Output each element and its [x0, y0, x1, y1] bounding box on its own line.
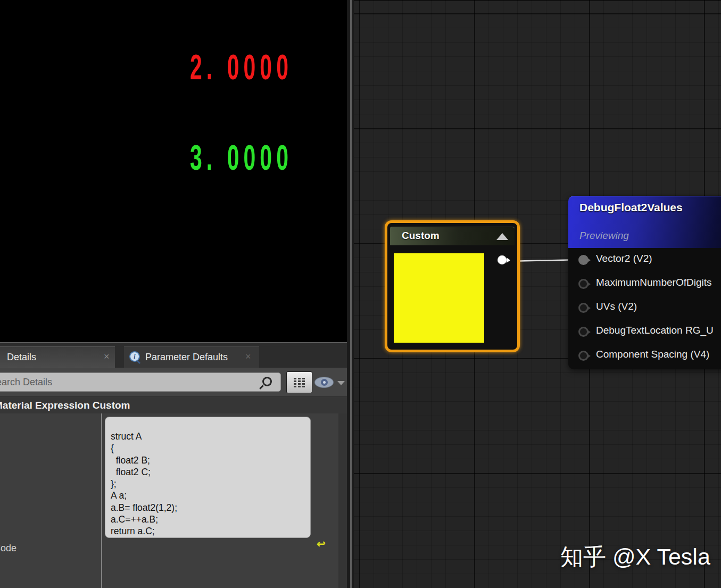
- material-editor-window: 2. 0000 3. 0000 Details × i Parameter De…: [0, 0, 721, 588]
- code-label: Code: [0, 543, 16, 554]
- debug-node-body: Vector2 (V2) MaximumNumberOfDigits UVs (…: [568, 247, 721, 367]
- details-panel: Details × i Parameter Defaults × Materia…: [0, 343, 347, 588]
- input-pin-maximumnumberofdigits[interactable]: [578, 279, 589, 289]
- debug-value-green: 3. 0000: [190, 137, 293, 178]
- category-header-label: Material Expression Custom: [0, 400, 130, 411]
- code-textarea[interactable]: struct A { float2 B; float2 C; }; A a; a…: [105, 417, 311, 538]
- close-icon[interactable]: ×: [245, 351, 251, 362]
- tab-details[interactable]: Details ×: [0, 346, 115, 368]
- input-pin-uvs[interactable]: [578, 303, 589, 313]
- debugfloat2values-node[interactable]: DebugFloat2Values Previewing Vector2 (V2…: [568, 196, 721, 369]
- close-icon[interactable]: ×: [104, 351, 110, 362]
- input-pin-label: Vector2 (V2): [596, 253, 652, 264]
- material-graph-canvas[interactable]: Custom DebugFloat2Values Previewing Vect…: [354, 0, 721, 588]
- watermark: 知乎 @X Tesla: [560, 542, 710, 573]
- parameter-defaults-icon: i: [129, 351, 140, 362]
- tab-details-label: Details: [7, 352, 36, 363]
- custom-node-output-pin[interactable]: [498, 255, 507, 264]
- search-input[interactable]: [0, 375, 241, 390]
- material-preview-viewport[interactable]: 2. 0000 3. 0000: [0, 0, 347, 342]
- details-toolbar: [0, 368, 347, 396]
- debug-node-title: DebugFloat2Values: [579, 201, 683, 214]
- tab-parameter-defaults[interactable]: i Parameter Defaults ×: [124, 346, 259, 368]
- input-row: UVs (V2): [568, 295, 721, 319]
- grid-view-icon: [294, 378, 296, 379]
- input-row: Component Spacing (V4): [568, 343, 721, 367]
- input-row: DebugTextLocation RG_U: [568, 319, 721, 343]
- reset-to-default-icon[interactable]: ↩: [317, 539, 326, 549]
- category-header[interactable]: Material Expression Custom: [0, 396, 347, 415]
- collapse-arrow-icon[interactable]: [496, 233, 508, 240]
- search-details-box[interactable]: [0, 372, 281, 392]
- custom-node[interactable]: Custom: [385, 220, 520, 352]
- input-row: MaximumNumberOfDigits: [568, 271, 721, 295]
- input-row: Vector2 (V2): [568, 247, 721, 271]
- input-pin-componentspacing[interactable]: [578, 351, 589, 361]
- details-tabbar: Details × i Parameter Defaults ×: [0, 346, 347, 368]
- search-icon: [262, 377, 272, 386]
- column-splitter[interactable]: [101, 413, 102, 588]
- panel-splitter[interactable]: [347, 0, 354, 588]
- input-pin-label: UVs (V2): [596, 301, 637, 312]
- custom-node-title: Custom: [402, 230, 440, 242]
- grid-view-button[interactable]: [286, 371, 312, 393]
- input-pin-label: DebugTextLocation RG_U: [596, 325, 714, 336]
- input-pin-label: Component Spacing (V4): [596, 349, 709, 360]
- debug-node-header[interactable]: DebugFloat2Values Previewing: [568, 196, 721, 248]
- eye-icon[interactable]: [315, 377, 333, 387]
- custom-node-preview-swatch: [394, 253, 484, 343]
- custom-node-header[interactable]: Custom: [390, 227, 515, 245]
- debug-value-red: 2. 0000: [190, 47, 293, 87]
- code-value: struct A { float2 B; float2 C; }; A a; a…: [111, 430, 177, 537]
- details-scrollbar[interactable]: [338, 413, 347, 588]
- input-pin-vector2[interactable]: [578, 255, 589, 265]
- input-pin-label: MaximumNumberOfDigits: [596, 277, 711, 288]
- chevron-down-icon[interactable]: [337, 381, 345, 385]
- debug-node-subtitle: Previewing: [579, 230, 629, 242]
- tab-parameter-defaults-label: Parameter Defaults: [145, 352, 244, 363]
- details-rows: Code struct A { float2 B; float2 C; }; A…: [0, 413, 347, 588]
- input-pin-debugtextlocation[interactable]: [578, 327, 589, 337]
